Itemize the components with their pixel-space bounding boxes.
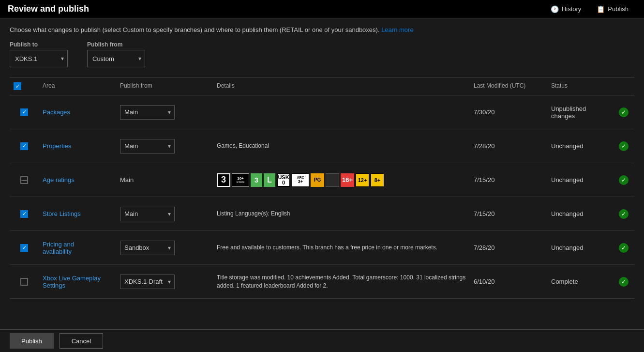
header-area: Area — [39, 80, 116, 92]
header-status: Status — [547, 80, 615, 92]
store-listings-link[interactable]: Store Listings — [43, 210, 81, 217]
xbox-live-details: Title storage was modified. 10 achieveme… — [213, 272, 470, 292]
store-listings-publish-from: Main Sandbox XDKS.1-Draft — [116, 205, 213, 223]
publish-from-select[interactable]: Custom Main Sandbox — [87, 50, 145, 67]
properties-branch-select[interactable]: Main Sandbox XDKS.1-Draft — [120, 139, 175, 153]
xbox-live-link[interactable]: Xbox Live GameplaySettings — [43, 275, 101, 289]
pricing-date: 7/28/20 — [470, 242, 547, 253]
age-ratings-link[interactable]: Age ratings — [43, 176, 75, 184]
xbox-live-date: 6/10/20 — [470, 276, 547, 287]
description-text: Choose what changes to publish (select C… — [10, 26, 634, 33]
properties-publish-from: Main Sandbox XDKS.1-Draft — [116, 137, 213, 155]
store-listings-branch-select[interactable]: Main Sandbox XDKS.1-Draft — [120, 207, 175, 221]
table-row: Xbox Live GameplaySettings XDKS.1-Draft … — [10, 265, 634, 299]
header-last-modified: Last Modified (UTC) — [470, 80, 547, 92]
rating-pegi3-badge: 3 — [251, 173, 262, 187]
publish-from-dropdown-wrapper: Custom Main Sandbox — [87, 50, 145, 67]
pricing-checkbox-cell: ✓ — [10, 242, 39, 254]
store-listings-status-icon: ✓ — [619, 209, 629, 219]
packages-date: 7/30/20 — [470, 107, 547, 118]
header-publish-from: Publish from — [116, 80, 213, 92]
publish-to-label: Publish to — [10, 41, 68, 48]
rating-3-badge: 3 — [217, 173, 230, 187]
packages-branch-select[interactable]: Main Sandbox XDKS.1-Draft — [120, 105, 175, 120]
properties-details: Games, Educational — [213, 140, 470, 152]
store-listings-status: Unchanged — [547, 208, 615, 219]
pricing-publish-from: Sandbox Main XDKS.1-Draft — [116, 239, 213, 257]
header-status-icon-col — [615, 80, 634, 92]
page-title: Review and publish — [8, 4, 89, 14]
xbox-live-status: Complete — [547, 276, 615, 287]
xbox-live-publish-from: XDKS.1-Draft Main Sandbox — [116, 273, 213, 291]
select-all-checkbox[interactable]: ✓ — [14, 82, 21, 90]
age-ratings-checkbox[interactable]: — — [20, 176, 28, 184]
rating-cero-badge — [326, 173, 339, 187]
rating-esrb-badge: 10+ ESRB — [232, 173, 249, 187]
age-ratings-details: 3 10+ ESRB 3 L USK 0 ARC 3+ PG — [213, 171, 470, 189]
age-ratings-publish-from: Main — [116, 174, 213, 185]
packages-publish-from: Main Sandbox XDKS.1-Draft — [116, 103, 213, 122]
publish-to-select[interactable]: XDKS.1 RETAIL — [10, 50, 68, 67]
pricing-details: Free and available to customers. This br… — [213, 242, 470, 254]
pricing-branch-select[interactable]: Sandbox Main XDKS.1-Draft — [120, 241, 175, 255]
packages-checkbox[interactable]: ✓ — [20, 108, 28, 116]
packages-link[interactable]: Packages — [43, 108, 70, 116]
xbox-live-status-icon-cell: ✓ — [615, 275, 634, 289]
properties-checkbox-cell: ✓ — [10, 140, 39, 152]
publish-controls: Publish to XDKS.1 RETAIL Publish from Cu… — [10, 41, 634, 67]
pricing-status-icon-cell: ✓ — [615, 241, 634, 255]
table-row: ✓ Store Listings Main Sandbox XDKS.1-Dra… — [10, 197, 634, 231]
pricing-link[interactable]: Pricing andavailability — [43, 241, 74, 255]
properties-checkbox[interactable]: ✓ — [20, 142, 28, 150]
topbar: Review and publish 🕐 History 📋 Publish — [0, 0, 644, 18]
table-row: ✓ Properties Main Sandbox XDKS.1-Draft G… — [10, 129, 634, 163]
xbox-live-branch-select[interactable]: XDKS.1-Draft Main Sandbox — [120, 275, 175, 289]
table-row: ✓ Pricing andavailability Sandbox Main X… — [10, 231, 634, 265]
age-ratings-status-icon-cell: ✓ — [615, 173, 634, 187]
packages-status-icon: ✓ — [619, 107, 629, 117]
history-button[interactable]: 🕐 History — [543, 0, 589, 18]
rating-pg-badge: PG — [311, 173, 324, 187]
store-listings-checkbox[interactable]: ✓ — [20, 210, 28, 218]
header-details: Details — [213, 80, 470, 92]
packages-status: Unpublished changes — [547, 103, 615, 122]
age-ratings-area: Age ratings — [39, 174, 116, 185]
header-checkbox-col: ✓ — [10, 80, 39, 92]
age-ratings-date: 7/15/20 — [470, 174, 547, 185]
table-header: ✓ Area Publish from Details Last Modifie… — [10, 77, 634, 95]
main-content: Choose what changes to publish (select C… — [0, 18, 644, 328]
publish-button[interactable]: Publish — [10, 333, 54, 349]
publish-from-label: Publish from — [87, 41, 145, 48]
packages-checkbox-cell: ✓ — [10, 107, 39, 118]
rating-l-badge: L — [264, 173, 275, 187]
publish-icon: 📋 — [597, 5, 605, 13]
properties-date: 7/28/20 — [470, 140, 547, 152]
packages-area: Packages — [39, 107, 116, 118]
topbar-publish-button[interactable]: 📋 Publish — [589, 0, 636, 18]
store-listings-status-icon-cell: ✓ — [615, 207, 634, 221]
rating-usk0-badge: USK 0 — [277, 173, 290, 187]
age-ratings-status-icon: ✓ — [619, 175, 629, 185]
table-row: — Age ratings Main 3 10+ ESRB 3 L — [10, 163, 634, 197]
properties-link[interactable]: Properties — [43, 142, 71, 150]
publish-to-dropdown-wrapper: XDKS.1 RETAIL — [10, 50, 68, 67]
properties-status-icon: ✓ — [619, 141, 629, 151]
xbox-live-area: Xbox Live GameplaySettings — [39, 273, 116, 291]
properties-area: Properties — [39, 140, 116, 152]
store-listings-date: 7/15/20 — [470, 208, 547, 219]
pricing-status-icon: ✓ — [619, 243, 629, 253]
age-ratings-checkbox-cell: — — [10, 174, 39, 186]
packages-details — [213, 110, 470, 114]
packages-status-icon-cell: ✓ — [615, 106, 634, 119]
learn-more-link[interactable]: Learn more — [381, 26, 413, 33]
rating-8-badge: 8+ — [371, 173, 384, 187]
pricing-checkbox[interactable]: ✓ — [20, 244, 28, 252]
xbox-live-checkbox[interactable] — [20, 278, 28, 286]
topbar-actions: 🕐 History 📋 Publish — [543, 0, 636, 18]
rating-12-badge: 12+ — [356, 173, 369, 187]
cancel-button[interactable]: Cancel — [60, 333, 103, 349]
rating-arc-badge: ARC 3+ — [292, 173, 309, 187]
xbox-live-checkbox-cell — [10, 276, 39, 288]
items-table: ✓ Area Publish from Details Last Modifie… — [10, 77, 634, 299]
publish-to-group: Publish to XDKS.1 RETAIL — [10, 41, 68, 67]
